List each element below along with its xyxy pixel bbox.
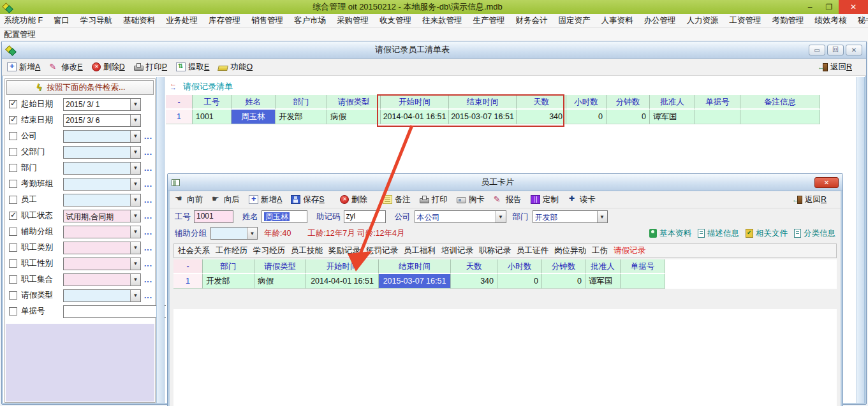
tab-injury[interactable]: 工伤 [592, 245, 608, 256]
checkbox-doc-no[interactable] [9, 307, 17, 315]
tab-work-history[interactable]: 工作经历 [216, 245, 247, 256]
aux-group-dropdown[interactable]: ▼ [210, 227, 258, 240]
employee-dropdown[interactable]: ▼ [63, 194, 141, 207]
return-button[interactable]: 返回R [818, 62, 852, 73]
col-header[interactable]: 请假类型 [254, 259, 306, 274]
staff-gender-more-button[interactable]: ... [141, 259, 152, 268]
menu-item[interactable]: 窗口 [54, 15, 70, 26]
checkbox-staff-gender[interactable] [9, 259, 17, 268]
col-header[interactable]: - [166, 95, 193, 110]
add-button[interactable]: 新增A [7, 62, 40, 73]
menu-item[interactable]: 财务会计 [516, 15, 548, 26]
aux-group-more-button[interactable]: ... [141, 228, 152, 236]
minimize-button[interactable]: – [800, 0, 820, 14]
col-header[interactable]: 开始时间 [306, 259, 379, 274]
description-link[interactable]: 描述信息 [698, 228, 739, 239]
dept-dropdown[interactable]: ▼ [63, 162, 141, 175]
menu-item[interactable]: 绩效考核 [815, 15, 847, 26]
custom-button[interactable]: 定制 [531, 194, 559, 205]
checkbox-staff-status[interactable] [9, 212, 17, 220]
print-button[interactable]: 打印 [420, 194, 448, 205]
aux-group-dropdown[interactable]: ▼ [63, 226, 141, 238]
tab-rewards[interactable]: 奖励记录 [328, 245, 360, 256]
menu-item[interactable]: 销售管理 [251, 15, 283, 26]
badge-button[interactable]: 胸卡 [457, 194, 485, 205]
menu-item[interactable]: 客户市场 [294, 15, 326, 26]
employee-more-button[interactable]: ... [141, 196, 152, 205]
menu-item[interactable]: 秘书功能 [858, 15, 868, 26]
checkbox-attendance-group[interactable] [9, 180, 17, 188]
close-button[interactable]: ✕ [839, 0, 868, 14]
checkbox-staff-set[interactable] [9, 275, 17, 284]
parent-dept-dropdown[interactable]: ▼ [63, 146, 141, 159]
staff-status-dropdown[interactable]: 试用期,合同期▼ [63, 210, 141, 222]
leave-type-dropdown[interactable]: ▼ [63, 289, 141, 302]
col-header[interactable]: 单据号 [695, 95, 740, 110]
next-button[interactable]: 向后 [212, 194, 240, 205]
minimize-button[interactable]: ▭ [809, 45, 825, 55]
tab-certificates[interactable]: 员工证件 [517, 245, 548, 256]
menu-item[interactable]: 基础资料 [123, 15, 155, 26]
col-header[interactable]: 批准人 [585, 259, 621, 274]
menu-item[interactable]: 收支管理 [379, 15, 411, 26]
menu-item[interactable]: 人力资源 [687, 15, 719, 26]
col-header[interactable]: 批准人 [650, 95, 695, 110]
doc-no-input[interactable] [63, 305, 167, 318]
staff-status-more-button[interactable]: ... [141, 212, 152, 221]
menu-item[interactable]: 工资管理 [730, 15, 761, 26]
checkbox-employee[interactable] [9, 196, 17, 204]
restore-button[interactable]: ❐ [820, 0, 839, 14]
basic-info-link[interactable]: 基本资料 [649, 228, 691, 239]
checkbox-start-date[interactable] [9, 100, 17, 108]
table-row[interactable]: 1 开发部 病假 2014-04-01 16:51 2015-03-07 16:… [173, 274, 837, 289]
col-header[interactable]: 结束时间 [449, 95, 517, 110]
col-header[interactable]: 工号 [193, 95, 232, 110]
col-header[interactable]: 分钟数 [542, 259, 585, 274]
save-button[interactable]: 保存S [291, 194, 324, 205]
col-header[interactable]: 天数 [451, 259, 497, 274]
col-header[interactable]: 姓名 [232, 95, 276, 110]
staff-category-more-button[interactable]: ... [141, 243, 152, 252]
col-header[interactable]: - [173, 259, 203, 274]
company-dropdown[interactable]: 本公司▼ [415, 210, 506, 223]
return-button[interactable]: 返回R [792, 194, 827, 205]
col-header[interactable]: 请假类型 [327, 95, 381, 110]
tab-titles[interactable]: 职称记录 [479, 245, 511, 256]
staff-gender-dropdown[interactable]: ▼ [63, 257, 141, 270]
col-header[interactable]: 结束时间 [379, 259, 451, 274]
mnemonic-field[interactable]: zyl [344, 210, 386, 223]
search-condition-button[interactable]: 按照下面的条件检索... [6, 80, 154, 95]
tab-welfare[interactable]: 员工福利 [404, 245, 436, 256]
function-button[interactable]: 功能O [218, 62, 253, 73]
checkbox-end-date[interactable] [9, 116, 17, 124]
col-header[interactable]: 分钟数 [607, 95, 650, 110]
checkbox-leave-type[interactable] [9, 291, 17, 300]
menu-item[interactable]: 人事资料 [601, 15, 633, 26]
start-date-dropdown[interactable]: 2015/ 3/ 1▼ [63, 98, 141, 111]
maximize-button[interactable]: 回 [827, 45, 844, 55]
menu-item[interactable]: 业务处理 [166, 15, 198, 26]
edit-button[interactable]: 修改E [49, 62, 82, 73]
name-field[interactable]: 周玉林 [261, 210, 307, 223]
table-row[interactable]: 1 1001 周玉林 开发部 病假 2014-04-01 16:51 2015-… [166, 110, 856, 124]
vertical-scrollbar[interactable] [857, 77, 865, 403]
menu-item[interactable]: 考勤管理 [772, 15, 804, 26]
prev-button[interactable]: 向前 [175, 194, 203, 205]
tab-education[interactable]: 学习经历 [253, 245, 285, 256]
menu-item[interactable]: 生产管理 [473, 15, 505, 26]
parent-dept-more-button[interactable]: ... [141, 148, 152, 157]
company-more-button[interactable]: ... [141, 132, 152, 141]
leave-type-more-button[interactable]: ... [141, 291, 152, 300]
menu-item[interactable]: 固定资产 [559, 15, 591, 26]
report-button[interactable]: 报告 [494, 194, 522, 205]
tab-leave-records[interactable]: 请假记录 [614, 245, 645, 256]
delete-button[interactable]: 删除 [340, 194, 367, 205]
col-header[interactable]: 小时数 [566, 95, 607, 110]
attendance-group-more-button[interactable]: ... [141, 180, 152, 189]
menu-item[interactable]: 配置管理 [4, 29, 36, 40]
col-header[interactable]: 部门 [203, 259, 254, 274]
close-icon[interactable]: ✕ [814, 177, 839, 188]
close-icon[interactable]: ✕ [846, 45, 862, 55]
col-header[interactable]: 天数 [517, 95, 566, 110]
checkbox-aux-group[interactable] [9, 228, 17, 236]
